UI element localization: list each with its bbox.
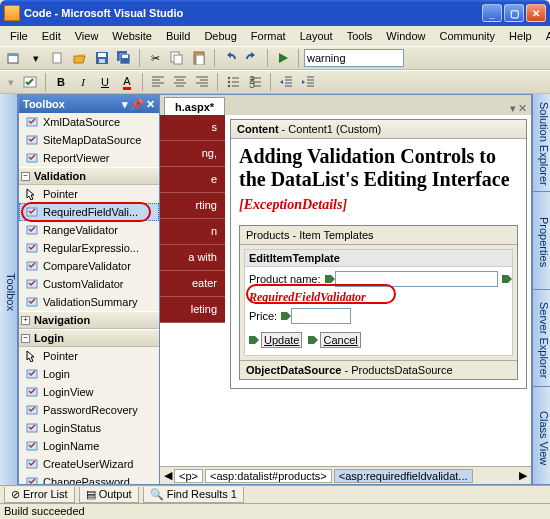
cancel-button[interactable]: Cancel — [320, 332, 360, 348]
menu-community[interactable]: Community — [433, 28, 501, 44]
toolbox-item[interactable]: ChangePassword — [19, 473, 159, 484]
smart-tag-icon[interactable] — [281, 312, 287, 320]
tab-solution-explorer[interactable]: Solution Explorer — [532, 94, 550, 192]
toolbox-item[interactable]: RangeValidator — [19, 221, 159, 239]
validate-button[interactable] — [20, 72, 40, 92]
tab-server-explorer[interactable]: Server Explorer — [532, 290, 550, 388]
italic-button[interactable]: I — [73, 72, 93, 92]
menu-format[interactable]: Format — [245, 28, 292, 44]
collapse-icon[interactable]: − — [21, 334, 30, 343]
toolbox-item[interactable]: LoginName — [19, 437, 159, 455]
numbering-button[interactable]: 123 — [245, 72, 265, 92]
redo-button[interactable] — [242, 48, 262, 68]
underline-button[interactable]: U — [95, 72, 115, 92]
breadcrumb-rfv[interactable]: <asp:requiredfieldvalidat... — [334, 469, 473, 483]
tab-output[interactable]: ▤Output — [79, 487, 139, 503]
breadcrumb-next-icon[interactable]: ▶ — [519, 469, 527, 482]
price-input[interactable] — [291, 308, 351, 324]
toolbox-item[interactable]: CustomValidator — [19, 275, 159, 293]
tab-close-icon[interactable]: ✕ — [518, 102, 527, 115]
smart-tag-icon[interactable] — [308, 336, 314, 344]
smart-tag-icon[interactable] — [502, 275, 508, 283]
undo-button[interactable] — [220, 48, 240, 68]
product-name-input[interactable] — [335, 271, 498, 287]
new-dropdown-button[interactable]: ▾ — [26, 48, 46, 68]
menu-addins[interactable]: Addins — [540, 28, 550, 44]
menu-file[interactable]: File — [4, 28, 34, 44]
toolbox-category[interactable]: +Navigation — [19, 311, 159, 329]
align-right-button[interactable] — [192, 72, 212, 92]
toolbox-item[interactable]: LoginView — [19, 383, 159, 401]
toolbox-item-label: Login — [43, 368, 70, 380]
align-left-button[interactable] — [148, 72, 168, 92]
update-button[interactable]: Update — [261, 332, 302, 348]
menu-website[interactable]: Website — [106, 28, 158, 44]
close-button[interactable]: ✕ — [526, 4, 546, 22]
save-all-button[interactable] — [114, 48, 134, 68]
bullets-button[interactable] — [223, 72, 243, 92]
tab-find-results[interactable]: 🔍Find Results 1 — [143, 487, 244, 503]
required-field-validator[interactable]: RequiredFieldValidator — [249, 290, 366, 305]
add-item-button[interactable] — [48, 48, 68, 68]
smart-tag-icon[interactable] — [249, 336, 255, 344]
menu-edit[interactable]: Edit — [36, 28, 67, 44]
toolbox-item[interactable]: ValidationSummary — [19, 293, 159, 311]
toolbox-item[interactable]: CompareValidator — [19, 257, 159, 275]
target-schema-dropdown[interactable]: ▾ — [4, 72, 18, 92]
menu-tools[interactable]: Tools — [341, 28, 379, 44]
menu-debug[interactable]: Debug — [198, 28, 242, 44]
collapse-icon[interactable]: − — [21, 172, 30, 181]
toolbox-close-icon[interactable]: ✕ — [146, 98, 155, 111]
menu-window[interactable]: Window — [380, 28, 431, 44]
menu-build[interactable]: Build — [160, 28, 196, 44]
toolbox-item[interactable]: SiteMapDataSource — [19, 131, 159, 149]
toolbox-rail[interactable]: Toolbox — [0, 94, 18, 485]
toolbox-dropdown-icon[interactable]: ▾ — [122, 98, 128, 111]
start-button[interactable] — [273, 48, 293, 68]
maximize-button[interactable]: ▢ — [504, 4, 524, 22]
new-project-button[interactable] — [4, 48, 24, 68]
toolbox-item[interactable]: Pointer — [19, 347, 159, 365]
open-button[interactable] — [70, 48, 90, 68]
toolbox-item-icon — [25, 439, 39, 453]
toolbox-item[interactable]: Login — [19, 365, 159, 383]
menu-view[interactable]: View — [69, 28, 105, 44]
toolbox-item[interactable]: RegularExpressio... — [19, 239, 159, 257]
save-button[interactable] — [92, 48, 112, 68]
toolbox-item[interactable]: RequiredFieldVali... — [19, 203, 159, 221]
tab-properties[interactable]: Properties — [532, 192, 550, 290]
paste-button[interactable] — [189, 48, 209, 68]
outdent-button[interactable] — [276, 72, 296, 92]
toolbox-item[interactable]: ReportViewer — [19, 149, 159, 167]
toolbox-category[interactable]: −Login — [19, 329, 159, 347]
toolbox-list[interactable]: XmlDataSourceSiteMapDataSourceReportView… — [19, 113, 159, 484]
toolbox-category[interactable]: −Validation — [19, 167, 159, 185]
document-tab-active[interactable]: h.aspx* — [164, 97, 225, 115]
menu-layout[interactable]: Layout — [294, 28, 339, 44]
smart-tag-icon[interactable] — [325, 275, 331, 283]
minimize-button[interactable]: _ — [482, 4, 502, 22]
toolbox-item[interactable]: LoginStatus — [19, 419, 159, 437]
toolbox-item[interactable]: XmlDataSource — [19, 113, 159, 131]
toolbox-item[interactable]: CreateUserWizard — [19, 455, 159, 473]
forecolor-button[interactable]: A — [117, 72, 137, 92]
breadcrumb-prev-icon[interactable]: ◀ — [164, 469, 172, 482]
tab-class-view[interactable]: Class View — [532, 387, 550, 485]
tab-dropdown-icon[interactable]: ▾ — [510, 102, 516, 115]
menu-help[interactable]: Help — [503, 28, 538, 44]
tab-error-list[interactable]: ⊘Error List — [4, 487, 75, 503]
pin-icon[interactable]: 📌 — [130, 98, 144, 111]
find-box[interactable] — [304, 49, 404, 67]
cut-button[interactable]: ✂ — [145, 48, 165, 68]
toolbox-item[interactable]: PasswordRecovery — [19, 401, 159, 419]
align-center-button[interactable] — [170, 72, 190, 92]
bold-button[interactable]: B — [51, 72, 71, 92]
indent-button[interactable] — [298, 72, 318, 92]
breadcrumb-datalist[interactable]: <asp:datalist#products> — [205, 469, 332, 483]
copy-button[interactable] — [167, 48, 187, 68]
expand-icon[interactable]: + — [21, 316, 30, 325]
design-surface[interactable]: sng,ertingna witheaterleting Content - C… — [160, 115, 531, 466]
toolbox-item[interactable]: Pointer — [19, 185, 159, 203]
product-name-row: Product name: — [249, 271, 508, 287]
breadcrumb-p[interactable]: <p> — [174, 469, 203, 483]
